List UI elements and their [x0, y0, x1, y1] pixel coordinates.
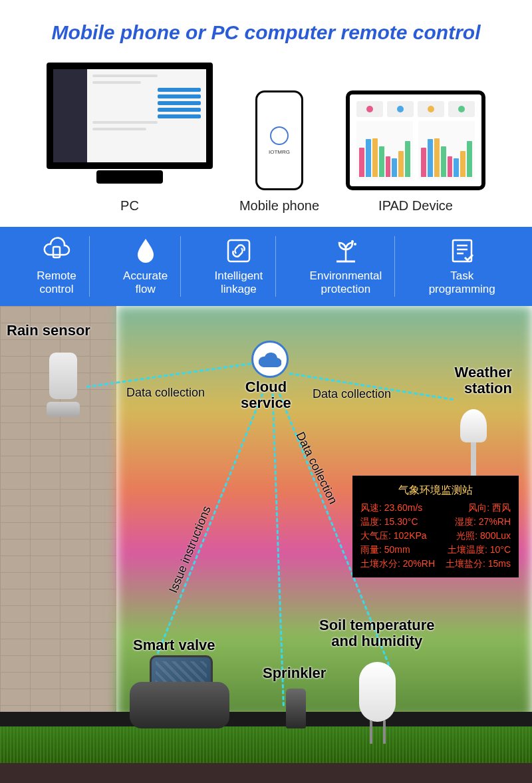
soil-sensor-graphic: [359, 662, 396, 735]
weather-row: 温度: 15.30°C湿度: 27%RH: [360, 515, 511, 529]
weather-panel-title: 气象环境监测站: [360, 482, 511, 498]
ipad-graphic: [346, 90, 485, 190]
feature-bar: RemotecontrolAccurateflowIntelligentlink…: [0, 227, 532, 306]
smart-valve-graphic: [130, 655, 229, 728]
sprinkler-graphic: [286, 689, 306, 728]
label-sprinkler: Sprinkler: [263, 665, 326, 681]
feature-intelligent: Intelligentlinkage: [207, 236, 269, 297]
phone-logo-icon: [270, 126, 289, 145]
pipe-band: [0, 712, 532, 726]
weather-row: 雨量: 50mm土壤温度: 10°C: [360, 543, 511, 557]
pc-monitor: [47, 63, 213, 169]
feature-accurate: Accurateflow: [116, 236, 174, 297]
weather-panel: 气象环境监测站 风速: 23.60m/s风向: 西风温度: 15.30°C湿度:…: [352, 476, 519, 577]
phone-graphic: IOTMRG: [255, 90, 303, 190]
device-label-phone: Mobile phone: [239, 198, 319, 214]
device-label-pc: PC: [120, 198, 139, 214]
flow-data-collection-right: Data collection: [313, 387, 391, 401]
grass-band: [0, 726, 532, 763]
phone-brand: IOTMRG: [269, 149, 290, 155]
soil-band: [0, 763, 532, 783]
device-label-ipad: IPAD Device: [378, 198, 453, 214]
devices-row: PC IOTMRG Mobile phone IPAD Device: [0, 63, 532, 227]
link-icon: [224, 236, 253, 265]
cloud-phone-icon: [42, 236, 71, 265]
feature-task: Taskprogramming: [422, 236, 502, 297]
label-rain-sensor: Rain sensor: [7, 323, 90, 339]
label-weather-station: Weatherstation: [455, 365, 512, 396]
weather-row: 大气压: 102KPa光照: 800Lux: [360, 529, 511, 543]
label-soil-sensor: Soil temperatureand humidity: [319, 617, 435, 649]
droplet-icon: [131, 236, 160, 265]
plant-icon: [331, 236, 360, 265]
checklist-icon: [448, 236, 477, 265]
svg-rect-0: [53, 247, 60, 257]
cloud-service-icon: [251, 341, 289, 378]
device-ipad: IPAD Device: [346, 90, 485, 214]
scene-diagram: 气象环境监测站 风速: 23.60m/s风向: 西风温度: 15.30°C湿度:…: [0, 306, 532, 783]
svg-point-3: [354, 243, 356, 245]
device-pc: PC: [47, 63, 213, 214]
weather-row: 土壤水分: 20%RH土壤盐分: 15ms: [360, 557, 511, 571]
weather-row: 风速: 23.60m/s风向: 西风: [360, 501, 511, 515]
svg-point-2: [351, 240, 354, 243]
page-title: Mobile phone or PC computer remote contr…: [0, 0, 532, 63]
svg-rect-1: [228, 240, 249, 261]
feature-remote: Remotecontrol: [30, 236, 83, 297]
device-phone: IOTMRG Mobile phone: [239, 90, 319, 214]
rain-sensor-graphic: [47, 353, 80, 419]
weather-station-graphic: [460, 409, 487, 476]
label-cloud-service: Cloudservice: [241, 379, 291, 411]
feature-environmental: Environmentalprotection: [303, 236, 389, 297]
flow-data-collection-left: Data collection: [126, 386, 205, 400]
label-smart-valve: Smart valve: [133, 637, 215, 653]
